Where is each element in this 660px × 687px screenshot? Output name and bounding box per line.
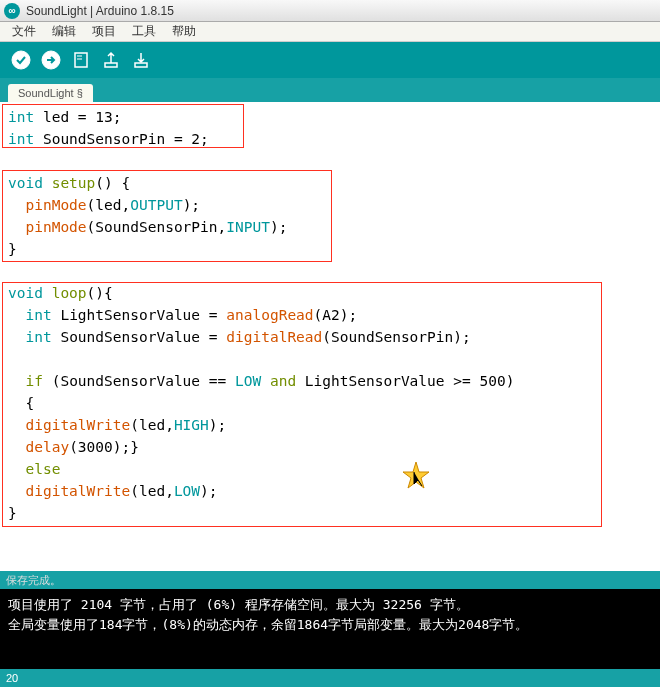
- svg-rect-2: [75, 53, 87, 67]
- tab-main[interactable]: SoundLight §: [8, 84, 93, 102]
- footer-bar: 20: [0, 669, 660, 687]
- toolbar: [0, 42, 660, 78]
- line-number: 20: [6, 672, 18, 684]
- console-output[interactable]: 项目使用了 2104 字节，占用了 (6%) 程序存储空间。最大为 32256 …: [0, 589, 660, 669]
- arduino-app-icon: ∞: [4, 3, 20, 19]
- svg-point-0: [12, 51, 30, 69]
- save-icon: [132, 51, 150, 69]
- menu-help[interactable]: 帮助: [164, 21, 204, 42]
- titlebar: ∞ SoundLight | Arduino 1.8.15: [0, 0, 660, 22]
- menu-edit[interactable]: 编辑: [44, 21, 84, 42]
- arrow-right-icon: [41, 50, 61, 70]
- svg-rect-6: [135, 63, 147, 67]
- open-icon: [102, 51, 120, 69]
- new-button[interactable]: [68, 47, 94, 73]
- check-icon: [11, 50, 31, 70]
- tabbar: SoundLight §: [0, 78, 660, 102]
- console-line-1: 项目使用了 2104 字节，占用了 (6%) 程序存储空间。最大为 32256 …: [8, 595, 652, 615]
- upload-button[interactable]: [38, 47, 64, 73]
- menu-tools[interactable]: 工具: [124, 21, 164, 42]
- menu-file[interactable]: 文件: [4, 21, 44, 42]
- menu-sketch[interactable]: 项目: [84, 21, 124, 42]
- svg-rect-5: [105, 63, 117, 67]
- new-file-icon: [72, 51, 90, 69]
- console-line-2: 全局变量使用了184字节，(8%)的动态内存，余留1864字节局部变量。最大为2…: [8, 615, 652, 635]
- window-title: SoundLight | Arduino 1.8.15: [26, 4, 174, 18]
- code-editor[interactable]: int led = 13; int SoundSensorPin = 2; vo…: [0, 102, 660, 571]
- status-bar: 保存完成。: [0, 571, 660, 589]
- verify-button[interactable]: [8, 47, 34, 73]
- open-button[interactable]: [98, 47, 124, 73]
- menubar: 文件 编辑 项目 工具 帮助: [0, 22, 660, 42]
- save-button[interactable]: [128, 47, 154, 73]
